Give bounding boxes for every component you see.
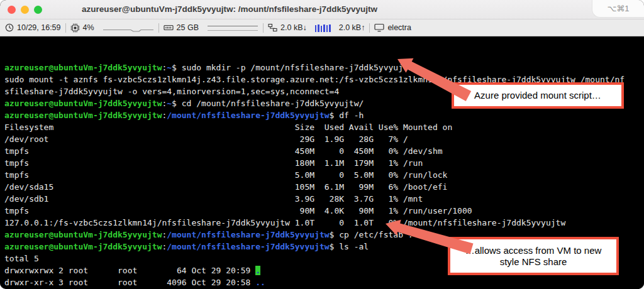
close-button[interactable] — [8, 6, 16, 14]
terminal-line: azureuser@ubuntuVm-j7ddk5yvyujtw:/mount/… — [4, 109, 644, 121]
upload-graph-bar — [329, 25, 331, 32]
callout-text: Azure provided mount script… — [474, 90, 601, 101]
divider — [263, 23, 264, 33]
upload-graph-bar — [315, 25, 317, 32]
clock-text: 10/29, 16:59 — [17, 23, 61, 32]
traffic-lights — [8, 6, 42, 14]
divider — [369, 23, 370, 33]
tab-shortcut-label: ⌥⌘1 — [607, 4, 629, 13]
tab-shortcut-badge[interactable]: ⌥⌘1 — [592, 0, 644, 18]
callout-text: …allows access from VM to new style NFS … — [460, 245, 606, 268]
divider — [65, 23, 66, 33]
host-text: electra — [387, 23, 411, 32]
display-icon — [374, 23, 384, 32]
zoom-button[interactable] — [34, 6, 42, 14]
clock-icon — [5, 23, 14, 32]
callout-nfs-access: …allows access from VM to new style NFS … — [448, 237, 619, 275]
title-bar[interactable]: azureuser@ubuntuVm-j7ddk5yvyujtw: /mount… — [0, 0, 644, 19]
cpu-graph — [103, 23, 154, 33]
net-up-text: 2.0 kB↑ — [339, 23, 365, 32]
memory-widget[interactable]: 25 GB — [164, 23, 258, 33]
upload-graph-bar — [326, 25, 328, 32]
cpu-widget[interactable]: 4% — [70, 23, 154, 33]
memory-text: 25 GB — [177, 23, 199, 32]
callout-mount-script: Azure provided mount script… — [452, 82, 624, 109]
cpu-icon — [70, 23, 80, 33]
network-icon — [268, 23, 277, 32]
terminal-line: /dev/sda15 105M 6.1M 99M 6% /boot/efi — [4, 181, 644, 193]
terminal-line: drwxr-xr-x 3 root root 4096 Oct 29 20:58… — [4, 276, 644, 288]
terminal-line: tmpfs 180M 1.1M 179M 1% /run — [4, 157, 644, 169]
upload-graph — [315, 23, 331, 32]
divider — [158, 23, 159, 33]
terminal-line: tmpfs 90M 4.0K 90M 1% /run/user/1000 — [4, 205, 644, 217]
status-bar: 10/29, 16:59 4% 25 GB 2.0 kB↓ 2.0 kB↑ el… — [0, 19, 644, 36]
terminal-line: azureuser@ubuntuVm-j7ddk5yvyujtw:~$ sudo… — [4, 62, 644, 74]
host-widget[interactable]: electra — [374, 23, 411, 32]
network-widget[interactable]: 2.0 kB↓ 2.0 kB↑ — [268, 23, 365, 32]
terminal-line: 127.0.0.1:/fs-vzbc5czs1zlkmn14j/nfsfiles… — [4, 217, 644, 229]
upload-graph-bar — [321, 26, 323, 32]
minimize-button[interactable] — [21, 6, 29, 14]
terminal-line: tmpfs 450M 0 450M 0% /dev/shm — [4, 145, 644, 157]
memory-icon — [164, 23, 174, 32]
net-down-text: 2.0 kB↓ — [280, 23, 307, 32]
upload-graph-bar — [323, 25, 325, 32]
terminal-line: tmpfs 5.0M 0 5.0M 0% /run/lock — [4, 169, 644, 181]
terminal-window: azureuser@ubuntuVm-j7ddk5yvyujtw: /mount… — [0, 0, 644, 289]
cpu-text: 4% — [83, 23, 94, 32]
clock-widget[interactable]: 10/29, 16:59 — [5, 23, 61, 32]
upload-graph-bar — [318, 25, 319, 32]
memory-graph — [207, 23, 258, 33]
terminal-line: /dev/sdb1 3.9G 28K 3.7G 1% /mnt — [4, 193, 644, 205]
window-title: azureuser@ubuntuVm-j7ddk5yvyujtw: /mount… — [82, 0, 377, 19]
terminal-line: Filesystem Size Used Avail Use% Mounted … — [4, 121, 644, 133]
terminal-line: /dev/root 29G 1.9G 28G 7% / — [4, 133, 644, 145]
